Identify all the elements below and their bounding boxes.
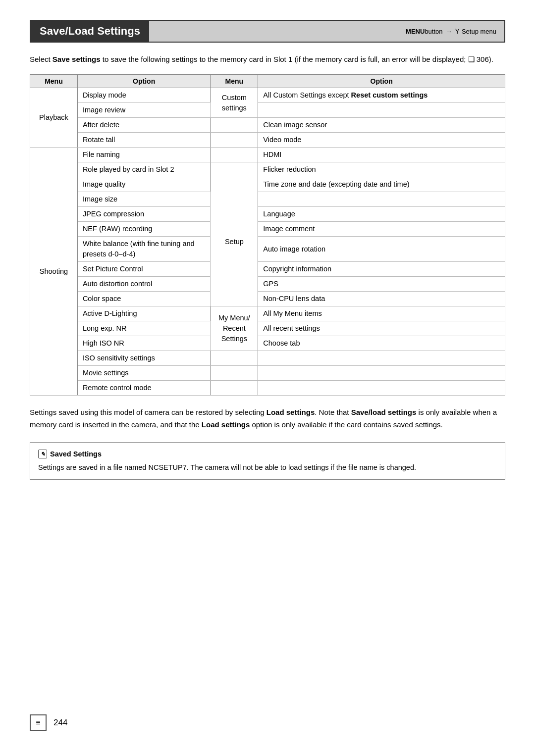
menu-blank-end1 — [211, 351, 258, 366]
menu-shooting: Shooting — [30, 148, 78, 396]
option-all-mymenu: All My Menu items — [258, 306, 505, 321]
option-picture-control: Set Picture Control — [77, 262, 211, 277]
body-text-2: . Note that — [315, 408, 351, 416]
note-heading: Saved Settings — [50, 449, 102, 460]
table-row: White balance (with fine tuning and pres… — [30, 237, 505, 262]
table-row: Role played by card in Slot 2 Flicker re… — [30, 162, 505, 177]
header-nav: MENU button → Y Setup menu — [149, 21, 504, 42]
option-rotate-tall: Rotate tall — [77, 133, 211, 148]
option-file-naming: File naming — [77, 148, 211, 162]
nav-button-text: button — [425, 28, 442, 35]
option-long-exp: Long exp. NR — [77, 321, 211, 336]
body-bold-2: Save/load settings — [351, 408, 417, 416]
option-remote: Remote control mode — [77, 381, 211, 396]
table-row: Image quality Setup Time zone and date (… — [30, 177, 505, 192]
page-icon-symbol: ≡ — [36, 718, 40, 727]
menu-blank1 — [211, 118, 258, 133]
note-text: Settings are saved in a file named NCSET… — [38, 462, 497, 473]
option-timezone2 — [258, 192, 505, 207]
intro-bold: Save settings — [53, 55, 101, 63]
option-jpeg: JPEG compression — [77, 207, 211, 222]
option-all-recent: All recent settings — [258, 321, 505, 336]
body-bold-1: Load settings — [267, 408, 315, 416]
page-header: Save/Load Settings MENU button → Y Setup… — [30, 20, 505, 43]
option-timezone: Time zone and date (excepting date and t… — [258, 177, 505, 192]
option-hdmi: HDMI — [258, 148, 505, 162]
table-row: Active D-Lighting My Menu/ Recent Settin… — [30, 306, 505, 321]
table-row: JPEG compression Language — [30, 207, 505, 222]
option-auto-rotation: Auto image rotation — [258, 237, 505, 262]
intro-text-before: Select — [30, 55, 53, 63]
option-nef: NEF (RAW) recording — [77, 222, 211, 237]
table-row: Color space Non-CPU lens data — [30, 292, 505, 306]
menu-setup: Setup — [211, 177, 258, 306]
intro-text-end: ). — [489, 55, 493, 63]
menu-mymenu: My Menu/ Recent Settings — [211, 306, 258, 351]
setup-icon: Y — [455, 27, 460, 35]
intro-text-after: to save the following settings to the me… — [101, 55, 468, 63]
option-high-iso: High ISO NR — [77, 336, 211, 351]
table-row: Image size — [30, 192, 505, 207]
table-row: Set Picture Control Copyright informatio… — [30, 262, 505, 277]
header-title: Save/Load Settings — [31, 21, 149, 42]
menu-blank2 — [211, 133, 258, 148]
option-color-space: Color space — [77, 292, 211, 306]
table-row: NEF (RAW) recording Image comment — [30, 222, 505, 237]
option-blank-end2 — [258, 366, 505, 381]
page-footer: ≡ 244 — [30, 714, 67, 731]
menu-custom: Custom settings — [211, 88, 258, 118]
option-image-review: Image review — [77, 103, 211, 118]
table-row: After delete Clean image sensor — [30, 118, 505, 133]
menu-word: MENU — [406, 28, 425, 35]
option-clean-sensor: Clean image sensor — [258, 118, 505, 133]
intro-paragraph: Select Save settings to save the followi… — [30, 53, 505, 65]
option-non-cpu: Non-CPU lens data — [258, 292, 505, 306]
setup-label: Setup menu — [462, 28, 496, 35]
col3-header: Menu — [211, 75, 258, 88]
option-display-mode: Display mode — [77, 88, 211, 103]
table-row: High ISO NR Choose tab — [30, 336, 505, 351]
nav-arrow: → — [446, 28, 452, 35]
option-image-size: Image size — [77, 192, 211, 207]
option-image-comment: Image comment — [258, 222, 505, 237]
table-row: ISO sensitivity settings — [30, 351, 505, 366]
option-blank-end1 — [258, 351, 505, 366]
option-distortion: Auto distortion control — [77, 277, 211, 292]
table-row: Movie settings — [30, 366, 505, 381]
option-movie: Movie settings — [77, 366, 211, 381]
table-row: Auto distortion control GPS — [30, 277, 505, 292]
note-box: ✎ Saved Settings Settings are saved in a… — [30, 442, 505, 480]
page-number: 244 — [54, 718, 67, 728]
menu-blank-end2 — [211, 366, 258, 381]
option-d-lighting: Active D-Lighting — [77, 306, 211, 321]
option-after-delete: After delete — [77, 118, 211, 133]
option-gps: GPS — [258, 277, 505, 292]
settings-table: Menu Option Menu Option Playback Display… — [30, 74, 505, 396]
body-text-1: Settings saved using this model of camer… — [30, 408, 267, 416]
option-flicker: Flicker reduction — [258, 162, 505, 177]
table-row: Playback Display mode Custom settings Al… — [30, 88, 505, 103]
body-text-4: option is only available if the card con… — [250, 420, 442, 429]
col2-header: Option — [77, 75, 211, 88]
body-bold-3: Load settings — [202, 420, 250, 429]
table-row: Rotate tall Video mode — [30, 133, 505, 148]
col4-header: Option — [258, 75, 505, 88]
note-title: ✎ Saved Settings — [38, 449, 497, 460]
option-video-mode: Video mode — [258, 133, 505, 148]
option-image-quality: Image quality — [77, 177, 211, 192]
option-language: Language — [258, 207, 505, 222]
option-role-card: Role played by card in Slot 2 — [77, 162, 211, 177]
body-paragraph: Settings saved using this model of camer… — [30, 406, 505, 431]
note-icon: ✎ — [38, 450, 47, 458]
menu-playback: Playback — [30, 88, 78, 148]
table-row: Shooting File naming HDMI — [30, 148, 505, 162]
table-row: Long exp. NR All recent settings — [30, 321, 505, 336]
option-copyright: Copyright information — [258, 262, 505, 277]
option-custom-blank — [258, 103, 505, 118]
intro-ref: ❑ 306 — [468, 55, 489, 63]
option-choose-tab: Choose tab — [258, 336, 505, 351]
menu-blank4 — [211, 162, 258, 177]
menu-blank3 — [211, 148, 258, 162]
option-wb: White balance (with fine tuning and pres… — [77, 237, 211, 262]
option-custom-all: All Custom Settings except Reset custom … — [258, 88, 505, 103]
